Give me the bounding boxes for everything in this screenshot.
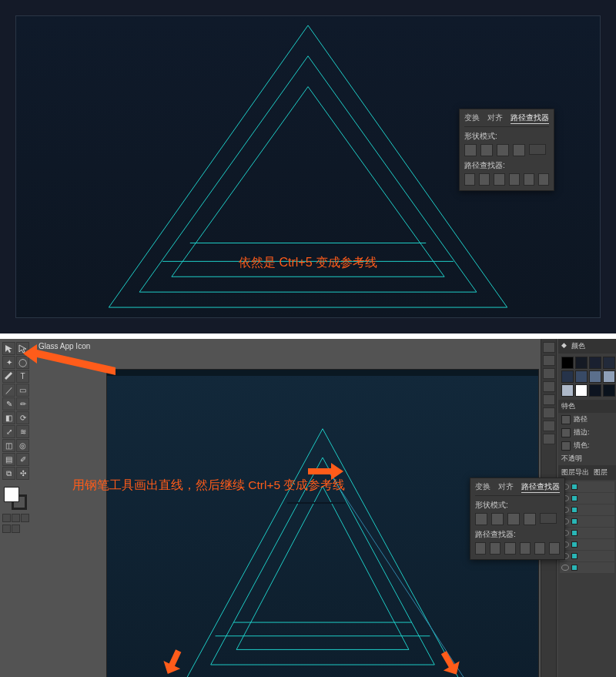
gradient-tool[interactable]: ▤ bbox=[2, 453, 15, 466]
minus-back-icon[interactable] bbox=[538, 173, 549, 186]
panel-icon[interactable] bbox=[543, 381, 555, 392]
fullscreen-icon[interactable] bbox=[12, 525, 20, 533]
color-mode-icon[interactable] bbox=[2, 514, 11, 522]
tab-pathfinder[interactable]: 路径查找器 bbox=[511, 112, 549, 124]
rotate-tool[interactable]: ⟳ bbox=[16, 411, 29, 424]
direct-selection-tool[interactable] bbox=[16, 342, 29, 355]
width-tool[interactable]: ≋ bbox=[16, 425, 29, 438]
visibility-icon[interactable] bbox=[561, 565, 569, 571]
layer-row[interactable] bbox=[560, 504, 614, 515]
layer-row[interactable] bbox=[560, 516, 614, 527]
swatch[interactable] bbox=[561, 370, 574, 383]
line-tool[interactable]: ／ bbox=[2, 384, 15, 397]
minus-front-icon[interactable] bbox=[480, 144, 493, 156]
gradient-mode-icon[interactable] bbox=[12, 514, 20, 522]
layer-row[interactable] bbox=[560, 562, 614, 573]
unite-icon[interactable] bbox=[475, 513, 487, 525]
crop-icon[interactable] bbox=[509, 173, 520, 186]
panel-icon[interactable] bbox=[543, 342, 555, 353]
rectangle-tool[interactable]: ▭ bbox=[16, 384, 29, 397]
paintbrush-tool[interactable]: ✎ bbox=[2, 397, 15, 411]
selection-tool[interactable] bbox=[2, 342, 15, 355]
pathfinder-panel-top[interactable]: 变换 对齐 路径查找器 形状模式: 路径查找器: bbox=[459, 109, 554, 191]
appearance-fill[interactable]: 填色: bbox=[558, 439, 616, 452]
fill-stroke-swatch[interactable] bbox=[2, 485, 28, 511]
type-tool[interactable]: T bbox=[16, 370, 29, 383]
pathfinder-tabs[interactable]: 变换 对齐 路径查找器 bbox=[475, 481, 560, 496]
swatch[interactable] bbox=[575, 357, 588, 369]
swatch[interactable] bbox=[561, 357, 574, 369]
free-transform-tool[interactable]: ◫ bbox=[2, 439, 15, 452]
swatch[interactable] bbox=[589, 384, 601, 397]
outline-icon[interactable] bbox=[524, 173, 534, 186]
swatches-grid[interactable] bbox=[558, 354, 616, 400]
fill-swatch[interactable] bbox=[4, 487, 19, 502]
layer-row[interactable] bbox=[560, 528, 614, 538]
swatch[interactable] bbox=[561, 384, 574, 397]
panel-icon[interactable] bbox=[543, 407, 555, 418]
merge-icon[interactable] bbox=[494, 173, 504, 186]
panel-icon[interactable] bbox=[543, 421, 555, 431]
pathfinder-panel-bottom[interactable]: 变换 对齐 路径查找器 形状模式: 路径查找器: bbox=[470, 478, 565, 560]
swatch[interactable] bbox=[589, 370, 601, 383]
none-mode-icon[interactable] bbox=[21, 514, 29, 522]
intersect-icon[interactable] bbox=[497, 144, 509, 156]
divide-icon[interactable] bbox=[464, 173, 475, 186]
layers-header[interactable]: 图层导出 图层 bbox=[558, 465, 616, 480]
eyedropper-tool[interactable]: ✐ bbox=[16, 453, 29, 466]
magic-wand-tool[interactable]: ✦ bbox=[2, 356, 15, 369]
expand-chip[interactable] bbox=[529, 144, 546, 155]
screen-mode-icon[interactable] bbox=[2, 525, 11, 533]
appearance-opacity[interactable]: 不透明 bbox=[558, 452, 616, 465]
panel-icon[interactable] bbox=[543, 368, 555, 379]
minus-front-icon[interactable] bbox=[491, 513, 504, 525]
exclude-icon[interactable] bbox=[513, 144, 525, 156]
tab-color[interactable]: 颜色 bbox=[571, 341, 585, 351]
swatch[interactable] bbox=[603, 384, 615, 397]
lasso-tool[interactable]: ◯ bbox=[16, 356, 29, 369]
panel-icon[interactable] bbox=[543, 355, 555, 366]
divide-icon[interactable] bbox=[475, 542, 486, 555]
swatch[interactable] bbox=[603, 370, 615, 383]
outline-icon[interactable] bbox=[534, 542, 545, 555]
pathfinder-tabs[interactable]: 变换 对齐 路径查找器 bbox=[464, 112, 549, 127]
trim-icon[interactable] bbox=[490, 542, 500, 555]
document-tab[interactable]: Glass App Icon bbox=[34, 340, 95, 352]
layers-list[interactable] bbox=[558, 480, 616, 677]
blend-tool[interactable]: ⧉ bbox=[2, 467, 15, 480]
exclude-icon[interactable] bbox=[524, 513, 536, 525]
pencil-tool[interactable]: ✏ bbox=[16, 397, 29, 411]
tab-pathfinder[interactable]: 路径查找器 bbox=[521, 481, 560, 493]
symbol-sprayer-tool[interactable]: ✣ bbox=[16, 467, 29, 480]
panel-icon[interactable] bbox=[543, 434, 555, 444]
merge-icon[interactable] bbox=[504, 542, 515, 555]
layer-row[interactable] bbox=[560, 493, 614, 504]
appearance-path[interactable]: 路径 bbox=[558, 413, 616, 426]
crop-icon[interactable] bbox=[520, 542, 531, 555]
layer-row[interactable] bbox=[560, 481, 614, 492]
panel-icon[interactable] bbox=[543, 394, 555, 405]
trim-icon[interactable] bbox=[479, 173, 490, 186]
tab-transform[interactable]: 变换 bbox=[475, 481, 490, 493]
tab-align[interactable]: 对齐 bbox=[498, 481, 514, 493]
swatch[interactable] bbox=[589, 357, 601, 369]
tab-export[interactable]: 图层导出 bbox=[561, 468, 589, 478]
shape-builder-tool[interactable]: ◎ bbox=[16, 439, 29, 452]
layer-row[interactable] bbox=[560, 539, 614, 550]
pen-tool[interactable] bbox=[2, 370, 15, 383]
swatch[interactable] bbox=[603, 357, 615, 369]
tab-align[interactable]: 对齐 bbox=[487, 112, 503, 124]
layer-row[interactable] bbox=[560, 551, 614, 561]
intersect-icon[interactable] bbox=[507, 513, 520, 525]
scale-tool[interactable]: ⤢ bbox=[2, 425, 15, 438]
unite-icon[interactable] bbox=[464, 144, 477, 156]
minus-back-icon[interactable] bbox=[549, 542, 560, 555]
appearance-stroke[interactable]: 描边: bbox=[558, 426, 616, 439]
tab-transform[interactable]: 变换 bbox=[464, 112, 480, 124]
eraser-tool[interactable]: ◧ bbox=[2, 411, 15, 424]
swatch[interactable] bbox=[575, 384, 588, 397]
expand-chip[interactable] bbox=[540, 513, 557, 524]
swatches-header[interactable]: ◆颜色 bbox=[558, 339, 616, 354]
swatch[interactable] bbox=[575, 370, 588, 383]
tab-layers[interactable]: 图层 bbox=[594, 468, 608, 478]
